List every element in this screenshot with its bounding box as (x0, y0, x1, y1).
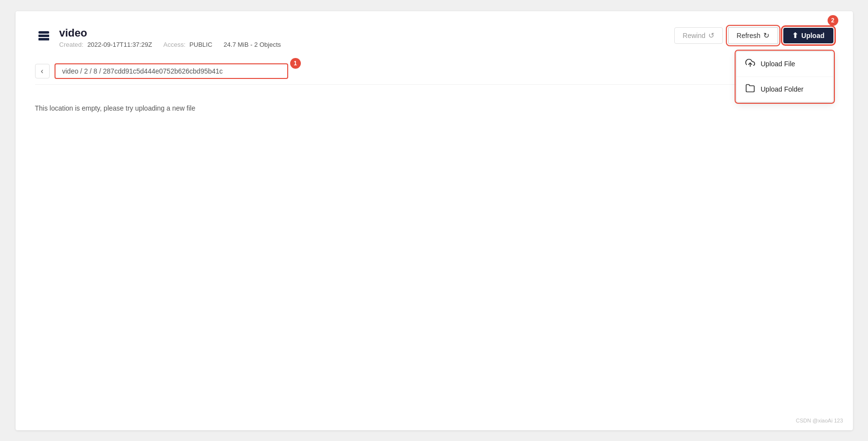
size-value: 24.7 MiB - 2 Objects (223, 41, 281, 48)
bucket-icon (35, 28, 53, 45)
upload-label: Upload (801, 32, 824, 39)
upload-dropdown-menu: 3 Upload File (736, 51, 833, 102)
rewind-icon: ↺ (708, 31, 715, 40)
upload-button[interactable]: ⬆ Upload (783, 28, 833, 43)
refresh-icon: ↻ (763, 31, 770, 40)
created-label: Created: (59, 41, 84, 48)
upload-button-wrapper: ⬆ Upload 2 (783, 28, 833, 43)
watermark: CSDN @xiaoAi 123 (796, 418, 843, 423)
refresh-label: Refresh (737, 32, 760, 39)
back-icon: ‹ (41, 67, 43, 76)
empty-state: This location is empty, please try uploa… (35, 90, 833, 127)
upload-icon: ⬆ (792, 31, 798, 40)
path-input[interactable] (55, 63, 288, 79)
path-input-wrapper: 1 (55, 63, 288, 79)
upload-file-item[interactable]: Upload File (737, 52, 833, 77)
access-value: PUBLIC (189, 41, 212, 48)
refresh-button[interactable]: Refresh ↻ (728, 27, 778, 44)
svg-rect-2 (38, 38, 49, 40)
created-value: 2022-09-17T11:37:29Z (87, 41, 152, 48)
main-container: video Created: 2022-09-17T11:37:29Z Acce… (16, 11, 853, 430)
header-right: Rewind ↺ Refresh ↻ ⬆ Upload 2 3 (674, 27, 833, 44)
bucket-meta: Created: 2022-09-17T11:37:29Z Access: PU… (59, 41, 281, 48)
back-button[interactable]: ‹ (35, 64, 50, 78)
upload-folder-label: Upload Folder (761, 85, 804, 93)
empty-message: This location is empty, please try uploa… (35, 104, 196, 112)
badge-1: 1 (290, 58, 301, 69)
upload-file-icon (745, 58, 755, 70)
bucket-title: video (59, 27, 281, 39)
upload-folder-item[interactable]: Upload Folder (737, 77, 833, 102)
rewind-button[interactable]: Rewind ↺ (674, 27, 723, 44)
header: video Created: 2022-09-17T11:37:29Z Acce… (35, 27, 833, 48)
access-label: Access: (164, 41, 186, 48)
svg-rect-0 (38, 31, 49, 34)
upload-folder-icon (745, 83, 755, 96)
bucket-info: video Created: 2022-09-17T11:37:29Z Acce… (59, 27, 281, 48)
svg-rect-1 (38, 35, 49, 37)
badge-2: 2 (828, 15, 838, 26)
header-left: video Created: 2022-09-17T11:37:29Z Acce… (35, 27, 281, 48)
upload-file-label: Upload File (761, 60, 795, 68)
rewind-label: Rewind (683, 32, 705, 39)
path-bar: ‹ 1 Cr (35, 58, 833, 85)
